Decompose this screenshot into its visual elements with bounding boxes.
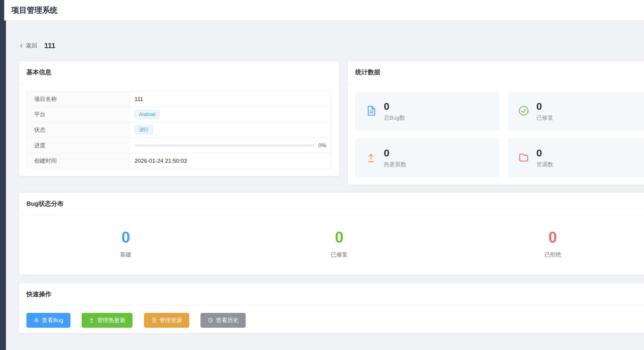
stat-label: 已修复 (536, 114, 553, 122)
quick-actions-card-title: 快速操作 (19, 283, 644, 305)
app-title: 项目管理系统 (11, 5, 58, 15)
basic-info-card-title: 基本信息 (19, 61, 339, 83)
bug-stat-value: 0 (446, 229, 644, 246)
button-label: 管理资源 (160, 316, 182, 324)
folder-icon (518, 152, 529, 164)
bug-stat-rejected: 0 已拒绝 (446, 229, 644, 259)
table-row: 创建时间 2026-01-24 21:50:03 (27, 153, 332, 169)
stat-label: 热更新数 (384, 161, 406, 168)
progress-track (135, 144, 315, 147)
back-label: 返回 (26, 42, 37, 50)
manage-hot-updates-button[interactable]: 管理热更新 (82, 313, 132, 328)
back-button[interactable]: 返回 (19, 42, 37, 50)
bug-stat-label: 新建 (19, 251, 233, 259)
platform-tag: Android (135, 110, 160, 119)
stat-resources: 0 资源数 (508, 138, 644, 178)
table-row: 平台 Android (27, 107, 332, 122)
chevron-left-icon (19, 43, 24, 48)
main-content: 返回 111 基本信息 项目名称 111 平台 (6, 21, 644, 350)
view-bugs-button[interactable]: 查看Bug (26, 313, 70, 328)
statistics-card-title: 统计数据 (348, 61, 644, 83)
app-header: 项目管理系统 (4, 0, 644, 20)
bug-stat-label: 已拒绝 (446, 251, 644, 259)
progress-bar: 0% (135, 142, 326, 149)
bug-distribution-card: Bug状态分布 0 新建 0 已修复 0 已拒绝 (19, 193, 644, 275)
button-label: 查看历史 (216, 316, 239, 324)
statistics-card: 统计数据 0 总Bug数 (348, 61, 644, 185)
stat-value: 0 (536, 101, 553, 112)
basic-info-table: 项目名称 111 平台 Android 状态 进行 (26, 91, 332, 169)
row-label: 进度 (27, 138, 130, 153)
manage-resources-button[interactable]: 管理资源 (144, 313, 189, 328)
table-row: 状态 进行 (27, 122, 332, 138)
basic-info-card: 基本信息 项目名称 111 平台 Android (19, 61, 339, 176)
table-row: 进度 0% (27, 138, 332, 153)
stat-value: 0 (384, 148, 406, 159)
stat-fixed: 0 已修复 (508, 92, 644, 131)
bug-stat-value: 0 (19, 229, 233, 246)
row-label: 项目名称 (27, 91, 130, 107)
stat-label: 总Bug数 (384, 114, 405, 122)
table-row: 项目名称 111 (27, 91, 332, 107)
bug-distribution-card-title: Bug状态分布 (19, 193, 644, 215)
stat-value: 0 (536, 148, 553, 159)
clock-icon (208, 317, 213, 323)
row-label: 创建时间 (27, 153, 130, 169)
button-label: 管理热更新 (97, 316, 125, 324)
button-label: 查看Bug (42, 316, 63, 324)
upload-icon (365, 152, 377, 164)
stat-total-bugs: 0 总Bug数 (355, 92, 500, 131)
upload-icon (89, 317, 94, 323)
status-tag: 进行 (135, 125, 153, 134)
stat-hot-updates: 0 热更新数 (355, 138, 500, 178)
view-history-button[interactable]: 查看历史 (201, 313, 246, 328)
created-time-value: 2026-01-24 21:50:03 (130, 153, 332, 169)
stat-value: 0 (384, 101, 405, 112)
row-label: 平台 (27, 107, 130, 122)
progress-percent: 0% (318, 142, 326, 149)
row-label: 状态 (27, 122, 130, 138)
page-header: 返回 111 (19, 40, 644, 51)
bug-stat-label: 已修复 (233, 251, 446, 259)
bug-stat-fixed: 0 已修复 (233, 229, 446, 259)
document-icon (365, 105, 377, 118)
stat-label: 资源数 (536, 161, 553, 168)
collapsed-sidebar-rail (0, 0, 6, 350)
bug-icon (34, 317, 39, 323)
quick-actions-card: 快速操作 查看Bug (19, 283, 644, 333)
document-icon (151, 317, 157, 323)
project-name-value: 111 (130, 91, 332, 107)
page-title: 111 (44, 42, 55, 50)
circle-check-icon (518, 105, 529, 118)
bug-stat-new: 0 新建 (19, 229, 233, 259)
bug-stat-value: 0 (233, 229, 446, 246)
